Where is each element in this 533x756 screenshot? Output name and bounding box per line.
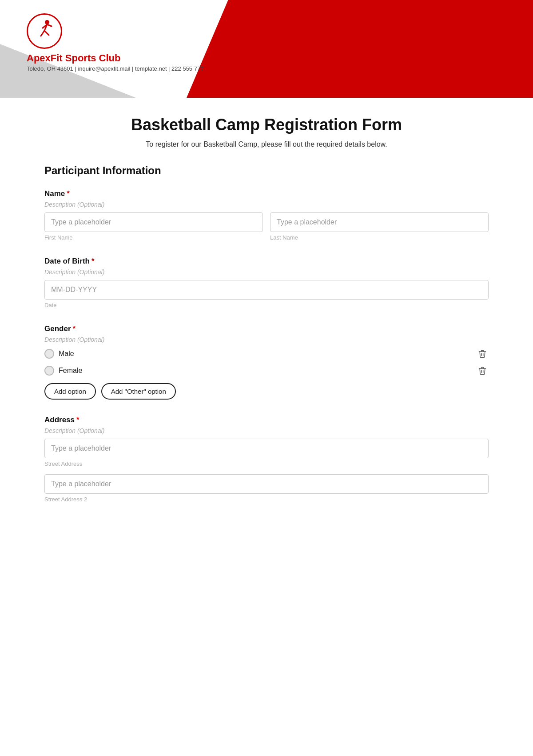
name-description: Description (Optional) (44, 201, 489, 208)
address-field-group: Address* Description (Optional) Street A… (44, 416, 489, 503)
dob-field-group: Date of Birth* Description (Optional) Da… (44, 257, 489, 308)
logo-icon (32, 17, 57, 45)
svg-line-5 (47, 24, 52, 26)
last-name-input[interactable] (270, 212, 489, 232)
gender-option-female: Female (44, 364, 489, 377)
section-title: Participant Information (44, 164, 489, 177)
street2-wrapper: Street Address 2 (44, 474, 489, 503)
form-title: Basketball Camp Registration Form (44, 116, 489, 134)
header: ApexFit Sports Club Toledo, OH 43601 | i… (0, 0, 533, 98)
add-other-option-button[interactable]: Add "Other" option (101, 383, 176, 400)
brand-name: ApexFit Sports Club (27, 52, 203, 64)
radio-male-label: Male (59, 350, 74, 358)
dob-input-wrapper: Date (44, 280, 489, 308)
street1-input[interactable] (44, 439, 489, 458)
gender-label: Gender* (44, 324, 489, 333)
first-name-sublabel: First Name (44, 234, 263, 241)
first-name-input[interactable] (44, 212, 263, 232)
svg-line-2 (41, 31, 44, 36)
header-red-bg (187, 0, 533, 98)
name-input-row: First Name Last Name (44, 212, 489, 241)
dob-description: Description (Optional) (44, 268, 489, 276)
street2-input[interactable] (44, 474, 489, 494)
address-label: Address* (44, 416, 489, 424)
svg-line-3 (44, 31, 49, 35)
name-field-group: Name* Description (Optional) First Name … (44, 189, 489, 241)
logo (27, 13, 62, 49)
last-name-sublabel: Last Name (270, 234, 489, 241)
name-label: Name* (44, 189, 489, 198)
street1-sublabel: Street Address (44, 460, 489, 467)
radio-male[interactable] (44, 349, 54, 359)
radio-female[interactable] (44, 366, 54, 376)
brand-contact: Toledo, OH 43601 | inquire@apexfit.mail … (27, 65, 203, 72)
street1-wrapper: Street Address (44, 439, 489, 467)
gender-option-male: Male (44, 348, 489, 360)
radio-female-label: Female (59, 367, 82, 375)
last-name-wrapper: Last Name (270, 212, 489, 241)
first-name-wrapper: First Name (44, 212, 263, 241)
form-subtitle: To register for our Basketball Camp, ple… (44, 140, 489, 148)
address-description: Description (Optional) (44, 427, 489, 434)
dob-sublabel: Date (44, 302, 489, 308)
delete-male-button[interactable] (476, 348, 489, 360)
main-content: Basketball Camp Registration Form To reg… (0, 98, 533, 545)
header-content: ApexFit Sports Club Toledo, OH 43601 | i… (27, 13, 203, 72)
gender-field-group: Gender* Description (Optional) Male (44, 324, 489, 400)
add-option-row: Add option Add "Other" option (44, 383, 489, 400)
street2-sublabel: Street Address 2 (44, 496, 489, 503)
add-option-button[interactable]: Add option (44, 383, 96, 400)
dob-input[interactable] (44, 280, 489, 300)
dob-label: Date of Birth* (44, 257, 489, 266)
gender-description: Description (Optional) (44, 336, 489, 343)
delete-female-button[interactable] (476, 364, 489, 377)
